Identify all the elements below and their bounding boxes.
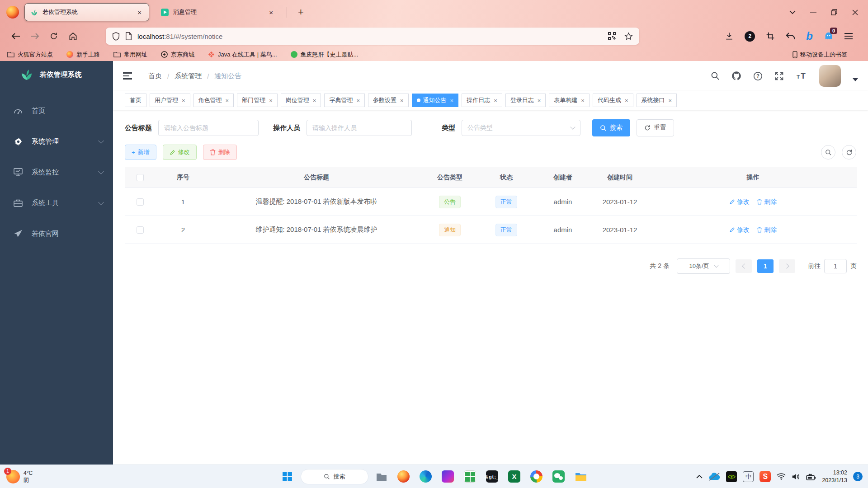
sidebar-item-website[interactable]: 若依官网 xyxy=(0,218,113,249)
sidebar-logo[interactable]: 若依管理系统 xyxy=(0,61,113,88)
qr-code-icon[interactable] xyxy=(608,32,616,40)
goto-page-input[interactable] xyxy=(824,259,847,273)
taskbar-green-app-icon[interactable] xyxy=(461,468,479,486)
close-icon[interactable]: × xyxy=(269,97,273,104)
downloads-icon[interactable] xyxy=(725,32,734,41)
row-checkbox[interactable] xyxy=(137,198,144,206)
sidebar-collapse-icon[interactable] xyxy=(123,72,132,79)
header-search-icon[interactable] xyxy=(711,71,720,80)
notification-badge[interactable]: 3 xyxy=(853,472,863,481)
avatar-caret-icon[interactable] xyxy=(853,78,858,81)
restore-button[interactable] xyxy=(824,0,844,24)
bookmark-item[interactable]: Java 在线工具 | 菜鸟... xyxy=(208,51,277,59)
shield-icon[interactable] xyxy=(112,32,120,41)
add-button[interactable]: +新增 xyxy=(125,145,156,160)
taskbar-wechat-icon[interactable] xyxy=(550,468,568,486)
close-icon[interactable]: × xyxy=(494,97,497,104)
close-icon[interactable]: × xyxy=(400,97,404,104)
start-button[interactable] xyxy=(278,468,297,486)
firefox-logo-icon[interactable] xyxy=(6,6,19,19)
tag-dict[interactable]: 字典管理× xyxy=(324,94,365,107)
menu-hamburger-icon[interactable] xyxy=(844,33,853,39)
close-icon[interactable]: × xyxy=(625,97,628,104)
screenshot-crop-icon[interactable] xyxy=(766,32,775,41)
row-checkbox[interactable] xyxy=(137,226,144,234)
close-icon[interactable]: × xyxy=(226,97,229,104)
sogou-icon[interactable]: S xyxy=(760,471,771,482)
new-tab-button[interactable]: + xyxy=(298,7,304,17)
sidebar-item-monitor[interactable]: 系统监控 xyxy=(0,157,113,188)
delete-button[interactable]: 删除 xyxy=(203,145,237,160)
bookmark-star-icon[interactable] xyxy=(624,32,633,41)
browser-tab-active[interactable]: 若依管理系统 × xyxy=(24,3,149,21)
select-all-checkbox[interactable] xyxy=(137,174,144,181)
taskbar-terminal-icon[interactable]: &gt;_ xyxy=(483,468,501,486)
bookmark-item[interactable]: 常用网址 xyxy=(113,51,147,59)
row-delete-link[interactable]: 删除 xyxy=(757,198,777,206)
close-icon[interactable]: × xyxy=(538,97,541,104)
bookmark-item[interactable]: 火狐官方站点 xyxy=(7,51,53,59)
sidebar-item-system[interactable]: 系统管理 xyxy=(0,126,113,157)
notice-type-select[interactable]: 公告类型 xyxy=(462,120,580,136)
reload-button[interactable] xyxy=(46,28,61,44)
bing-icon[interactable]: b xyxy=(806,31,813,42)
page-info-icon[interactable] xyxy=(125,32,132,40)
close-icon[interactable]: × xyxy=(581,97,585,104)
tab-close-icon[interactable]: × xyxy=(267,9,275,16)
row-edit-link[interactable]: 修改 xyxy=(729,198,750,206)
url-bar[interactable]: localhost:81/#/system/notice xyxy=(106,28,639,45)
minimize-button[interactable] xyxy=(803,0,824,24)
prev-page-button[interactable] xyxy=(736,259,752,273)
user-avatar[interactable] xyxy=(819,65,841,87)
page-size-select[interactable]: 10条/页 xyxy=(677,258,730,274)
fullscreen-icon[interactable] xyxy=(774,71,784,81)
close-icon[interactable]: × xyxy=(313,97,316,104)
close-icon[interactable]: × xyxy=(182,97,185,104)
taskbar-excel-icon[interactable]: X xyxy=(505,468,524,486)
refresh-button[interactable] xyxy=(842,145,856,160)
taskbar-edge-icon[interactable] xyxy=(417,468,435,486)
taskbar-clock[interactable]: 13:022023/1/13 xyxy=(822,469,847,484)
tag-logininfor[interactable]: 登录日志× xyxy=(505,94,546,107)
tag-operlog[interactable]: 操作日志× xyxy=(462,94,502,107)
sidebar-item-home[interactable]: 首页 xyxy=(0,95,113,126)
close-icon[interactable]: × xyxy=(669,97,672,104)
search-button[interactable]: 搜索 xyxy=(592,119,630,136)
show-search-toggle[interactable] xyxy=(821,145,835,160)
onedrive-icon[interactable] xyxy=(708,473,720,481)
close-icon[interactable]: × xyxy=(356,97,360,104)
operator-input[interactable] xyxy=(307,120,412,136)
taskbar-browser360-icon[interactable] xyxy=(528,468,546,486)
extension-ghost-icon[interactable]: 0 xyxy=(824,31,834,41)
breadcrumb-home[interactable]: 首页 xyxy=(148,72,162,80)
next-page-button[interactable] xyxy=(779,259,795,273)
tag-notice-active[interactable]: 通知公告× xyxy=(412,94,459,107)
taskbar-search[interactable]: 搜索 xyxy=(301,469,368,484)
taskbar-app-window-icon[interactable] xyxy=(373,468,391,486)
row-delete-link[interactable]: 删除 xyxy=(757,226,777,234)
tag-user[interactable]: 用户管理× xyxy=(150,94,190,107)
forward-button[interactable] xyxy=(27,28,42,44)
bookmark-item[interactable]: 京东商城 xyxy=(161,51,194,59)
tag-home[interactable]: 首页 xyxy=(125,94,146,107)
breadcrumb-system[interactable]: 系统管理 xyxy=(175,72,202,80)
battery-icon[interactable] xyxy=(806,473,816,480)
home-button[interactable] xyxy=(65,28,80,44)
tab-list-dropdown-icon[interactable] xyxy=(782,0,803,24)
row-edit-link[interactable]: 修改 xyxy=(729,226,750,234)
tray-expand-icon[interactable] xyxy=(696,475,703,479)
taskbar-weather[interactable]: 1 4°C阴 xyxy=(6,470,33,483)
taskbar-explorer-icon[interactable] xyxy=(572,468,590,486)
taskbar-ide-icon[interactable] xyxy=(439,468,457,486)
tag-role[interactable]: 角色管理× xyxy=(193,94,234,107)
ime-indicator[interactable]: 中 xyxy=(743,471,754,482)
bookmark-item[interactable]: 鱼皮怒肝【史上最贴... xyxy=(291,51,359,59)
nvidia-icon[interactable] xyxy=(726,471,737,482)
help-icon[interactable]: ? xyxy=(753,71,763,81)
github-icon[interactable] xyxy=(731,71,741,81)
undo-icon[interactable] xyxy=(786,32,795,40)
notice-title-input[interactable] xyxy=(158,120,259,136)
font-size-icon[interactable]: TT xyxy=(796,71,807,80)
taskbar-firefox-icon[interactable] xyxy=(395,468,413,486)
tag-gen[interactable]: 代码生成× xyxy=(593,94,633,107)
